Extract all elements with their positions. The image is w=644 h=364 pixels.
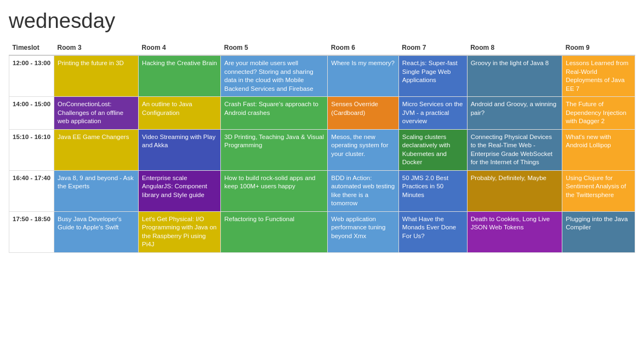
timeslot-cell: 14:00 - 15:00 bbox=[9, 97, 54, 130]
session-cell[interactable]: Plugging into the Java Compiler bbox=[562, 211, 635, 252]
timeslot-cell: 17:50 - 18:50 bbox=[9, 211, 54, 252]
column-header-timeslot: Timeslot bbox=[9, 41, 54, 55]
session-cell[interactable]: Printing the future in 3D bbox=[54, 55, 139, 97]
session-cell[interactable]: BDD in Action: automated web testing lik… bbox=[328, 170, 398, 211]
session-cell[interactable]: Let's Get Physical: I/O Programming with… bbox=[139, 211, 221, 252]
session-cell[interactable]: Enterprise scale AngularJS: Component li… bbox=[139, 170, 221, 211]
session-cell[interactable]: What's new with Android Lollipop bbox=[562, 129, 635, 170]
session-cell[interactable]: 3D Printing, Teaching Java & Visual Prog… bbox=[221, 129, 328, 170]
session-cell[interactable]: Web application performance tuning beyon… bbox=[328, 211, 398, 252]
session-cell[interactable]: How to build rock-solid apps and keep 10… bbox=[221, 170, 328, 211]
table-row: 12:00 - 13:00Printing the future in 3DHa… bbox=[9, 55, 635, 97]
session-cell[interactable]: An outline to Java Configuration bbox=[139, 97, 221, 130]
session-cell[interactable]: Java 8, 9 and beyond - Ask the Experts bbox=[54, 170, 139, 211]
column-header-room-6: Room 6 bbox=[328, 41, 398, 55]
session-cell[interactable]: Refactoring to Functional bbox=[221, 211, 328, 252]
column-header-room-9: Room 9 bbox=[562, 41, 635, 55]
column-header-room-8: Room 8 bbox=[467, 41, 562, 55]
session-cell[interactable]: Death to Cookies, Long Live JSON Web Tok… bbox=[467, 211, 562, 252]
session-cell[interactable]: Groovy in the light of Java 8 bbox=[467, 55, 562, 97]
table-row: 16:40 - 17:40Java 8, 9 and beyond - Ask … bbox=[9, 170, 635, 211]
session-cell[interactable]: What Have the Monads Ever Done For Us? bbox=[398, 211, 467, 252]
session-cell[interactable]: Using Clojure for Sentiment Analysis of … bbox=[562, 170, 635, 211]
session-cell[interactable]: Senses Override (Cardboard) bbox=[328, 97, 398, 130]
session-cell[interactable]: React.js: Super-fast Single Page Web App… bbox=[398, 55, 467, 97]
session-cell[interactable]: Connecting Physical Devices to the Real-… bbox=[467, 129, 562, 170]
session-cell[interactable]: Scaling clusters declaratively with Kube… bbox=[398, 129, 467, 170]
session-cell[interactable]: Video Streaming with Play and Akka bbox=[139, 129, 221, 170]
session-cell[interactable]: Where Is my memory? bbox=[328, 55, 398, 97]
table-row: 15:10 - 16:10Java EE Game ChangersVideo … bbox=[9, 129, 635, 170]
session-cell[interactable]: Mesos, the new operating system for your… bbox=[328, 129, 398, 170]
column-header-room-7: Room 7 bbox=[398, 41, 467, 55]
session-cell[interactable]: Crash Fast: Square's approach to Android… bbox=[221, 97, 328, 130]
session-cell[interactable]: Java EE Game Changers bbox=[54, 129, 139, 170]
session-cell[interactable]: Are your mobile users well connected? St… bbox=[221, 55, 328, 97]
timeslot-cell: 12:00 - 13:00 bbox=[9, 55, 54, 97]
session-cell[interactable]: Android and Groovy, a winning pair? bbox=[467, 97, 562, 130]
session-cell[interactable]: OnConnectionLost: Challenges of an offli… bbox=[54, 97, 139, 130]
column-header-room-4: Room 4 bbox=[139, 41, 221, 55]
session-cell[interactable]: 50 JMS 2.0 Best Practices in 50 Minutes bbox=[398, 170, 467, 211]
session-cell[interactable]: Lessons Learned from Real-World Deployme… bbox=[562, 55, 635, 97]
session-cell[interactable]: Probably, Definitely, Maybe bbox=[467, 170, 562, 211]
page-title: wednesday bbox=[9, 9, 635, 33]
schedule-table: TimeslotRoom 3Room 4Room 5Room 6Room 7Ro… bbox=[9, 41, 635, 253]
session-cell[interactable]: Micro Services on the JVM - a practical … bbox=[398, 97, 467, 130]
session-cell[interactable]: Hacking the Creative Brain bbox=[139, 55, 221, 97]
table-row: 17:50 - 18:50Busy Java Developer's Guide… bbox=[9, 211, 635, 252]
table-row: 14:00 - 15:00OnConnectionLost: Challenge… bbox=[9, 97, 635, 130]
session-cell[interactable]: Busy Java Developer's Guide to Apple's S… bbox=[54, 211, 139, 252]
timeslot-cell: 16:40 - 17:40 bbox=[9, 170, 54, 211]
session-cell[interactable]: The Future of Dependency Injection with … bbox=[562, 97, 635, 130]
column-header-room-3: Room 3 bbox=[54, 41, 139, 55]
timeslot-cell: 15:10 - 16:10 bbox=[9, 129, 54, 170]
column-header-room-5: Room 5 bbox=[221, 41, 328, 55]
